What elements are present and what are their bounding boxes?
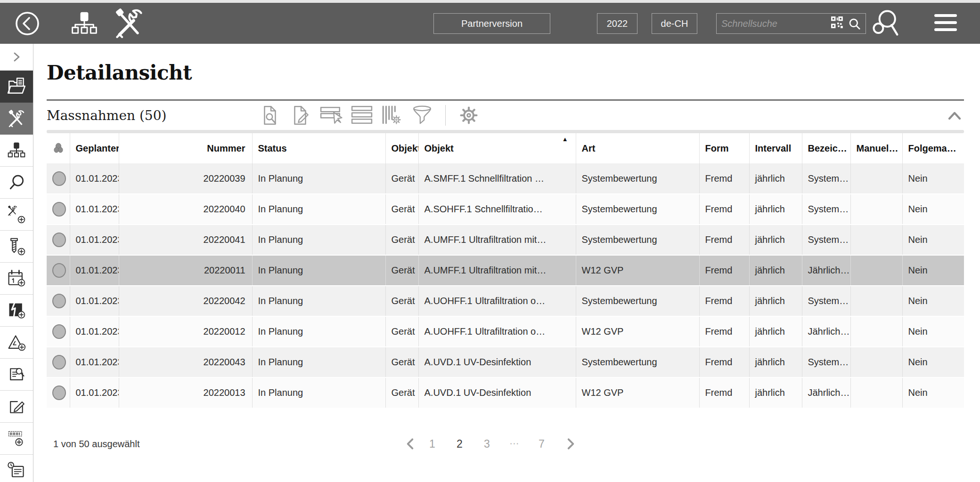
advanced-search-icon[interactable] (872, 8, 901, 38)
cell-manuell (850, 194, 902, 225)
sidebar-item-structure[interactable] (0, 135, 33, 167)
cell-folgemassnahme: Nein (902, 378, 964, 408)
search-icon[interactable] (848, 17, 861, 30)
collapse-section-icon[interactable] (945, 109, 964, 121)
cell-status: In Planung (252, 347, 385, 378)
quick-search-box[interactable] (716, 13, 866, 34)
row-status-circle[interactable] (52, 233, 66, 247)
column-header-objekt[interactable]: Objekt ▲ (418, 133, 576, 163)
table-row[interactable]: 01.01.2023 … 20220043 In Planung Gerät A… (47, 347, 964, 378)
column-header-folgemassnahme[interactable]: Folgema… (902, 133, 964, 163)
tools-icon[interactable] (113, 8, 145, 40)
cell-form: Fremd (699, 286, 749, 316)
column-header-bezeichnung[interactable]: Bezeic… (802, 133, 850, 163)
cell-objekt: A.UVD.1 UV-Desinfektion (418, 347, 576, 378)
sidebar-item-add-incident[interactable] (0, 327, 33, 359)
sidebar (0, 44, 33, 482)
sidebar-item-add-component[interactable] (0, 231, 33, 263)
sidebar-item-search[interactable] (0, 167, 33, 199)
sidebar-item-edit[interactable] (0, 391, 33, 423)
cell-manuell (850, 255, 902, 286)
table-row[interactable]: 01.01.2023 … 20220040 In Planung Gerät A… (47, 194, 964, 225)
table-row[interactable]: 01.01.2023 … 20220011 In Planung Gerät A… (47, 255, 964, 286)
cell-objekt: A.SMFF.1 Schnellfiltration … (418, 163, 576, 194)
previous-page-icon[interactable] (405, 437, 416, 450)
locale-button[interactable]: de-CH (652, 13, 697, 34)
column-header-geplanter-termin[interactable]: Geplanter T… (70, 133, 119, 163)
row-status-circle[interactable] (52, 386, 66, 400)
table-row[interactable]: 01.01.2023 … 20220042 In Planung Gerät A… (47, 286, 964, 316)
table-footer: 1 von 50 ausgewählt 123⋯7 (47, 430, 964, 458)
pagination-page-3[interactable]: 3 (477, 438, 498, 450)
cell-intervall: jährlich (749, 378, 802, 408)
back-button[interactable] (14, 10, 41, 37)
cell-geplanter-termin: 01.01.2023 … (70, 347, 119, 378)
row-status-circle[interactable] (52, 355, 66, 370)
warning-plus-icon (7, 333, 26, 352)
column-header-intervall[interactable]: Intervall (749, 133, 802, 163)
sidebar-item-protocol[interactable] (0, 455, 33, 482)
cell-manuell (850, 163, 902, 194)
cell-objekt: A.UOHFF.1 Ultrafiltration o… (418, 286, 576, 316)
row-status-circle[interactable] (52, 202, 66, 217)
row-status-circle[interactable] (52, 263, 66, 278)
cell-art: Systembewertung (576, 163, 699, 194)
partnerversion-button[interactable]: Partnerversion (433, 13, 550, 34)
cell-form: Fremd (699, 255, 749, 286)
selection-count-text: 1 von 50 ausgewählt (47, 439, 139, 450)
table-row[interactable]: 01.01.2023 … 20220039 In Planung Gerät A… (47, 163, 964, 194)
rows-icon[interactable] (351, 104, 373, 126)
sidebar-item-add-barcode[interactable] (0, 423, 33, 455)
row-status-circle[interactable] (52, 324, 66, 339)
screw-plus-icon (7, 237, 26, 256)
column-header-nummer[interactable]: Nummer (119, 133, 252, 163)
row-status-circle[interactable] (52, 171, 66, 186)
sidebar-item-add-maintenance[interactable] (0, 199, 33, 231)
table-row[interactable]: 01.01.2023 … 20220041 In Planung Gerät A… (47, 225, 964, 255)
horizontal-scrollbar[interactable] (47, 130, 964, 133)
sidebar-item-maintenance[interactable] (0, 103, 33, 135)
section-header: Massnahmen (50) (47, 101, 964, 130)
folder-document-icon (7, 77, 26, 96)
column-header-status[interactable]: Status (252, 133, 385, 163)
view-document-icon[interactable] (260, 104, 281, 126)
sidebar-item-add-appointment[interactable] (0, 263, 33, 295)
column-header-art[interactable]: Art (576, 133, 699, 163)
table-row[interactable]: 01.01.2023 … 20220013 In Planung Gerät A… (47, 378, 964, 408)
cell-form: Fremd (699, 347, 749, 378)
selection-column-header[interactable] (47, 133, 70, 163)
cell-bezeichnung: System… (802, 347, 850, 378)
column-header-form[interactable]: Form (699, 133, 749, 163)
sidebar-item-add-image[interactable] (0, 295, 33, 327)
row-status-circle[interactable] (52, 294, 66, 308)
pagination-page-2[interactable]: 2 (449, 438, 470, 450)
barcode-settings-icon[interactable] (381, 104, 403, 126)
cell-nummer: 20220039 (119, 163, 252, 194)
menu-icon[interactable] (934, 14, 957, 31)
settings-icon[interactable] (458, 104, 480, 126)
page-title: Detailansicht (47, 61, 964, 85)
hierarchy-icon[interactable] (71, 11, 98, 37)
cell-intervall: jährlich (749, 163, 802, 194)
sidebar-item-archive[interactable] (0, 71, 33, 103)
cell-form: Fremd (699, 163, 749, 194)
table-row[interactable]: 01.01.2023 … 20220012 In Planung Gerät A… (47, 316, 964, 347)
column-header-manuell[interactable]: Manuel… (850, 133, 902, 163)
edit-document-icon[interactable] (290, 104, 311, 126)
column-header-objektart[interactable]: Objektart (385, 133, 418, 163)
hierarchy-icon (7, 142, 26, 160)
cell-nummer: 20220040 (119, 194, 252, 225)
qr-code-icon[interactable] (831, 16, 843, 31)
cell-objektart: Gerät (385, 347, 418, 378)
sidebar-item-inspection[interactable] (0, 359, 33, 391)
select-rows-icon[interactable] (320, 104, 343, 126)
pagination-page-1[interactable]: 1 (422, 438, 443, 450)
pagination-page-7[interactable]: 7 (531, 438, 552, 450)
filter-icon[interactable] (411, 104, 433, 126)
search-input[interactable] (721, 18, 831, 29)
cell-manuell (850, 286, 902, 316)
year-button[interactable]: 2022 (597, 13, 637, 34)
image-plus-icon (7, 301, 26, 320)
next-page-icon[interactable] (565, 437, 576, 450)
sidebar-item-expand[interactable] (0, 44, 33, 71)
